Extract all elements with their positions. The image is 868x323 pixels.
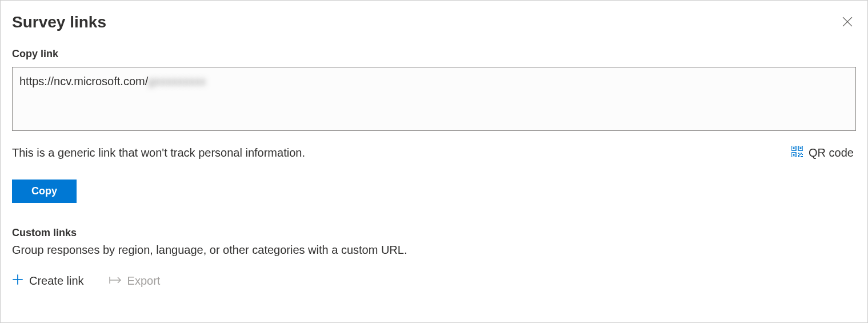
qr-code-icon	[791, 146, 803, 160]
link-helper-text: This is a generic link that won't track …	[12, 146, 305, 159]
copy-link-label: Copy link	[12, 48, 856, 60]
svg-rect-7	[793, 154, 795, 156]
custom-action-row: Create link Export	[12, 273, 856, 289]
svg-rect-9	[801, 153, 802, 154]
custom-links-section: Custom links Group responses by region, …	[12, 227, 856, 289]
qr-code-label: QR code	[809, 146, 854, 159]
svg-rect-15	[802, 156, 803, 157]
link-url-token: gxxxxxxxxx	[148, 75, 206, 87]
export-button: Export	[109, 273, 161, 289]
link-textarea[interactable]: https://ncv.microsoft.com/gxxxxxxxxx	[12, 67, 856, 131]
svg-rect-5	[800, 147, 802, 149]
link-url-base: https://ncv.microsoft.com/	[19, 75, 148, 87]
custom-links-title: Custom links	[12, 227, 856, 239]
qr-code-button[interactable]: QR code	[789, 143, 856, 162]
panel-header: Survey links	[12, 13, 856, 32]
svg-rect-11	[802, 154, 803, 155]
panel-title: Survey links	[12, 13, 106, 31]
svg-rect-10	[799, 154, 801, 155]
close-button[interactable]	[839, 13, 856, 32]
export-icon	[109, 274, 122, 288]
svg-rect-12	[798, 155, 799, 156]
svg-rect-3	[793, 147, 795, 149]
link-helper-row: This is a generic link that won't track …	[12, 143, 856, 162]
create-link-button[interactable]: Create link	[12, 273, 84, 289]
svg-rect-8	[798, 153, 799, 154]
create-link-label: Create link	[29, 274, 84, 288]
custom-links-description: Group responses by region, language, or …	[12, 244, 856, 257]
svg-rect-13	[801, 156, 802, 157]
svg-rect-14	[798, 156, 799, 157]
copy-button[interactable]: Copy	[12, 180, 77, 203]
plus-icon	[12, 274, 23, 288]
close-icon	[842, 20, 853, 29]
survey-links-panel: Survey links Copy link https://ncv.micro…	[0, 0, 868, 323]
export-label: Export	[127, 274, 161, 288]
